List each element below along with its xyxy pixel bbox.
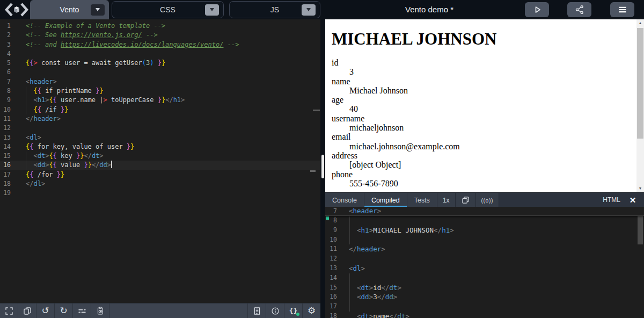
line-number: 12 xyxy=(0,124,11,133)
code-docs-button[interactable] xyxy=(247,303,266,318)
code-line-9[interactable]: 9 <h1>{{ user.name |> toUpperCase }}</h1… xyxy=(0,96,320,105)
code-line-11[interactable]: 11</header> xyxy=(325,244,644,254)
split-gutter[interactable] xyxy=(320,19,325,318)
line-number: 8 xyxy=(0,86,11,96)
editor-settings-button[interactable] xyxy=(73,303,91,318)
code-line-17[interactable]: 17{{ /for }} xyxy=(0,170,320,179)
code-line-9[interactable]: 9 <h1>MICHAEL JOHNSON</h1> xyxy=(325,226,644,235)
code-line-7[interactable]: 7<header> xyxy=(0,77,320,86)
run-button[interactable] xyxy=(525,2,549,17)
line-number: 14 xyxy=(325,273,337,283)
definition-value: michael.johnson@example.com xyxy=(349,142,636,151)
code-text: <dl> xyxy=(11,133,41,142)
code-text: {{ for key, value of user }} xyxy=(11,142,134,151)
code-line-16[interactable]: 16 <dd>3</dd> xyxy=(325,292,644,302)
split-drag-handle[interactable] xyxy=(321,155,324,178)
scroll-down-icon[interactable]: ▼ xyxy=(636,185,644,192)
line-number: 10 xyxy=(325,235,337,245)
tools-tab-tests[interactable]: Tests xyxy=(407,193,437,207)
code-text xyxy=(337,254,349,264)
language-dropdown-button[interactable] xyxy=(91,4,105,16)
windows-icon xyxy=(461,196,470,205)
broadcast-icon: ((o)) xyxy=(481,197,493,204)
code-line-12[interactable]: 12 xyxy=(0,124,320,133)
code-line-14[interactable]: 14 xyxy=(325,273,644,283)
editor-tab-css[interactable]: CSS xyxy=(112,1,224,18)
line-number: 16 xyxy=(325,292,337,302)
line-number: 17 xyxy=(0,170,11,179)
scroll-up-icon[interactable]: ▲ xyxy=(636,19,644,27)
copy-icon xyxy=(23,306,32,316)
code-line-1[interactable]: 1<!-- Example of a Vento template --> xyxy=(0,21,320,31)
code-line-11[interactable]: 11</header> xyxy=(0,114,320,124)
code-text: <dt>name</dt> xyxy=(337,312,409,318)
text-cursor xyxy=(111,161,112,168)
fullscreen-button[interactable] xyxy=(0,303,18,318)
code-line-7[interactable]: 7<header> xyxy=(325,207,644,215)
language-dropdown-button[interactable] xyxy=(302,4,316,16)
code-line-19[interactable]: 19 xyxy=(0,189,320,198)
open-in-new-window-button[interactable] xyxy=(456,193,476,207)
code-editor[interactable]: 1<!-- Example of a Vento template -->2<!… xyxy=(0,19,320,303)
code-line-10[interactable]: 10 {{ /if }} xyxy=(0,105,320,114)
share-button[interactable] xyxy=(567,2,591,17)
language-dropdown-button[interactable] xyxy=(205,4,219,16)
code-line-10[interactable]: 10 xyxy=(325,235,644,245)
line-number: 19 xyxy=(0,189,11,198)
code-line-16[interactable]: 16 <dd>{{ value }}</dd> xyxy=(0,161,320,170)
code-line-6[interactable]: 6 xyxy=(0,68,320,77)
preview-scrollbar-thumb[interactable] xyxy=(637,28,643,139)
menu-button[interactable] xyxy=(610,2,634,17)
code-line-15[interactable]: 15 <dt>id</dt> xyxy=(325,283,644,293)
preview-heading: MICHAEL JOHNSON xyxy=(332,30,636,49)
code-line-15[interactable]: 15 <dt>{{ key }}</dt> xyxy=(0,151,320,161)
undo-button[interactable]: ↺ xyxy=(36,303,55,318)
definition-term: id xyxy=(332,58,636,67)
code-line-17[interactable]: 17 xyxy=(325,302,644,312)
compiled-code-viewer[interactable]: 7<header> 89 <h1>MICHAEL JOHNSON</h1>101… xyxy=(325,207,644,318)
line-number: 2 xyxy=(0,31,11,40)
code-line-18[interactable]: 18 <dt>name</dt> xyxy=(325,312,644,318)
overview-ruler-mark xyxy=(310,170,316,172)
code-line-18[interactable]: 18</dl> xyxy=(0,179,320,189)
code-line-14[interactable]: 14{{ for key, value of user }} xyxy=(0,142,320,151)
line-number: 15 xyxy=(325,283,337,293)
code-line-8[interactable]: 8 xyxy=(325,216,644,226)
compiled-scrollbar-thumb[interactable] xyxy=(638,211,643,244)
code-line-3[interactable]: 3<!-- and https://livecodes.io/docs/lang… xyxy=(0,40,320,49)
settings-button[interactable]: ⚙ xyxy=(302,303,320,318)
close-tools-icon[interactable]: ✕ xyxy=(625,193,641,207)
zoom-level-button[interactable]: 1x xyxy=(437,193,456,207)
project-title[interactable]: Vento demo * xyxy=(322,0,537,19)
code-text: </dl> xyxy=(11,179,45,189)
copy-code-button[interactable] xyxy=(18,303,36,318)
fullscreen-icon xyxy=(4,306,14,316)
code-text xyxy=(11,124,26,133)
tools-tab-compiled[interactable]: Compiled xyxy=(364,193,407,207)
code-line-13[interactable]: 13<dl> xyxy=(325,264,644,273)
code-text xyxy=(11,49,26,59)
code-line-13[interactable]: 13<dl> xyxy=(0,133,320,142)
editor-info-button[interactable] xyxy=(266,303,284,318)
code-line-5[interactable]: 5{{> const user = await getUser(3) }} xyxy=(0,59,320,68)
format-code-button[interactable]: {} xyxy=(284,303,302,318)
editor-toolbar: ↺ ↻ xyxy=(0,303,320,318)
redo-button[interactable]: ↻ xyxy=(55,303,73,318)
code-line-12[interactable]: 12 xyxy=(325,254,644,264)
editor-tab-js[interactable]: JS xyxy=(229,1,320,18)
livecodes-logo-icon[interactable] xyxy=(5,3,28,17)
line-number: 1 xyxy=(0,21,11,31)
line-number: 9 xyxy=(325,226,337,235)
tools-tab-console[interactable]: Console xyxy=(325,193,364,207)
line-number: 18 xyxy=(0,179,11,189)
editor-tab-vento[interactable]: Vento xyxy=(30,0,109,19)
copy-as-url-button[interactable] xyxy=(91,303,109,318)
format-status-dot xyxy=(296,313,299,316)
code-line-8[interactable]: 8 {{ if printName }} xyxy=(0,86,320,96)
code-line-2[interactable]: 2<!-- See https://vento.js.org/ --> xyxy=(0,31,320,40)
code-text: {{ /if }} xyxy=(11,105,69,114)
code-line-4[interactable]: 4 xyxy=(0,49,320,59)
broadcast-button[interactable]: ((o)) xyxy=(476,193,499,207)
result-preview: MICHAEL JOHNSON id3nameMichael Johnsonag… xyxy=(325,19,644,192)
preview-scrollbar[interactable]: ▲ ▼ xyxy=(636,19,644,192)
